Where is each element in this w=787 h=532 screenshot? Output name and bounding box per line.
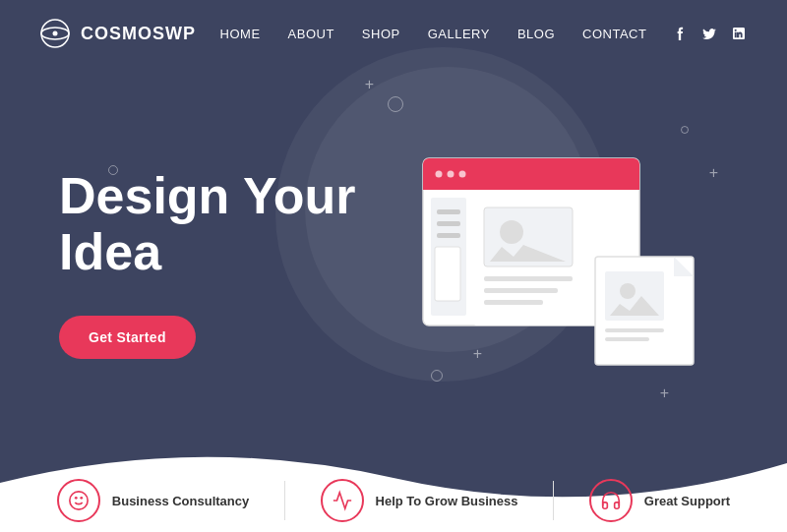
deco-plus-2: +: [473, 346, 482, 362]
hero-title: Design Your Idea: [59, 168, 355, 280]
logo-text: COSMOSWP: [81, 24, 196, 44]
deco-circle-3: [431, 370, 443, 382]
twitter-icon[interactable]: [700, 25, 718, 42]
svg-rect-24: [605, 337, 649, 341]
nav-shop[interactable]: SHOP: [362, 27, 400, 41]
svg-point-8: [459, 171, 466, 178]
linkedin-icon[interactable]: [730, 25, 748, 42]
svg-rect-13: [435, 247, 460, 301]
svg-point-22: [620, 283, 636, 299]
card-title-3: Great Support: [644, 494, 730, 508]
svg-rect-17: [484, 276, 573, 281]
deco-plus-3: +: [660, 385, 669, 401]
header: COSMOSWP HOME ABOUT SHOP GALLERY BLOG CO…: [0, 0, 787, 67]
deco-circle-2: [108, 165, 118, 175]
svg-rect-23: [605, 328, 664, 332]
logo-icon: [39, 18, 71, 49]
nav-contact[interactable]: CONTACT: [582, 27, 646, 41]
svg-point-25: [70, 492, 88, 509]
svg-rect-19: [484, 300, 543, 305]
nav-about[interactable]: ABOUT: [288, 27, 334, 41]
bottom-cards: Business Consultancy Help To Grow Busine…: [0, 443, 787, 532]
deco-plus-4: +: [709, 165, 718, 181]
grow-icon: [321, 479, 364, 522]
svg-point-6: [436, 171, 443, 178]
deco-plus-1: +: [365, 77, 374, 92]
deco-circle-4: [681, 126, 689, 134]
hero-section: + + + + Design Your Idea Get Started: [0, 67, 787, 441]
facebook-icon[interactable]: [671, 25, 689, 42]
card-title-1: Business Consultancy: [112, 494, 249, 508]
nav-gallery[interactable]: GALLERY: [428, 27, 490, 41]
svg-point-16: [500, 220, 523, 244]
nav-home[interactable]: HOME: [220, 27, 261, 41]
card-title-2: Help To Grow Business: [376, 494, 518, 508]
svg-rect-12: [437, 233, 460, 238]
card-grow-business: Help To Grow Business: [321, 479, 518, 522]
svg-rect-5: [423, 178, 639, 190]
main-nav: HOME ABOUT SHOP GALLERY BLOG CONTACT: [220, 27, 647, 41]
svg-point-2: [53, 31, 58, 36]
svg-rect-18: [484, 288, 558, 293]
support-icon: [589, 479, 633, 522]
svg-rect-10: [437, 209, 460, 214]
deco-circle-1: [388, 96, 403, 112]
logo[interactable]: COSMOSWP: [39, 18, 196, 49]
svg-point-7: [448, 171, 454, 178]
nav-blog[interactable]: BLOG: [517, 27, 555, 41]
card-divider-2: [553, 481, 554, 520]
hero-illustration: [413, 144, 728, 384]
hero-text: Design Your Idea Get Started: [59, 168, 355, 359]
card-business-consultancy: Business Consultancy: [57, 479, 249, 522]
card-great-support: Great Support: [589, 479, 730, 522]
get-started-button[interactable]: Get Started: [59, 316, 196, 359]
social-icons: [671, 25, 748, 42]
card-divider-1: [284, 481, 285, 520]
business-icon: [57, 479, 100, 522]
svg-rect-11: [437, 221, 460, 226]
